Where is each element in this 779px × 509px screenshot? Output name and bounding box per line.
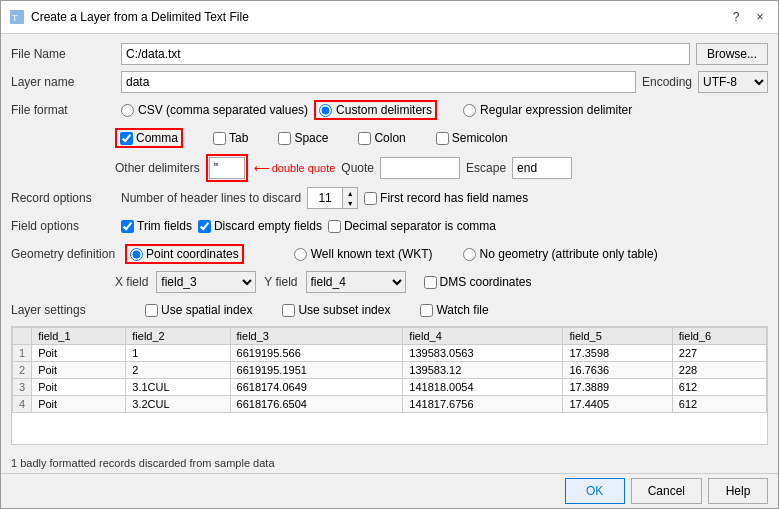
table-row-num: 3 xyxy=(13,379,32,396)
table-cell: Poit xyxy=(32,362,126,379)
layer-settings-label: Layer settings xyxy=(11,303,115,317)
bottom-buttons: OK Cancel Help xyxy=(1,473,778,508)
space-checkbox[interactable] xyxy=(278,132,291,145)
table-row-num: 4 xyxy=(13,396,32,413)
data-table: field_1 field_2 field_3 field_4 field_5 … xyxy=(11,326,768,445)
layer-name-input[interactable] xyxy=(121,71,636,93)
other-delimiters-highlight xyxy=(206,154,248,182)
regex-label: Regular expression delimiter xyxy=(480,103,632,117)
title-bar-left: T Create a Layer from a Delimited Text F… xyxy=(9,9,249,25)
record-options-label: Record options xyxy=(11,191,115,205)
escape-label: Escape xyxy=(466,161,506,175)
colon-checkbox-group: Colon xyxy=(358,131,405,145)
custom-radio[interactable] xyxy=(319,104,332,117)
delimiters-row: Comma Tab Space Colon Semicolon xyxy=(11,126,768,150)
csv-radio[interactable] xyxy=(121,104,134,117)
watch-file-checkbox[interactable] xyxy=(420,304,433,317)
tab-checkbox[interactable] xyxy=(213,132,226,145)
discard-empty-checkbox[interactable] xyxy=(198,220,211,233)
table-row-num: 1 xyxy=(13,345,32,362)
file-name-label: File Name xyxy=(11,47,115,61)
table-cell: Poit xyxy=(32,379,126,396)
col-header-field2: field_2 xyxy=(126,328,230,345)
table-cell: 6619195.1951 xyxy=(230,362,403,379)
arrow-icon: ⟵ xyxy=(254,162,270,175)
regex-radio[interactable] xyxy=(463,104,476,117)
quote-input[interactable] xyxy=(380,157,460,179)
x-field-select[interactable]: field_3 xyxy=(156,271,256,293)
col-header-field4: field_4 xyxy=(403,328,563,345)
y-field-label: Y field xyxy=(264,275,297,289)
header-lines-label: Number of header lines to discard xyxy=(121,191,301,205)
table-cell: 612 xyxy=(672,379,766,396)
table-cell: 141818.0054 xyxy=(403,379,563,396)
no-geometry-radio[interactable] xyxy=(463,248,476,261)
cancel-button[interactable]: Cancel xyxy=(631,478,702,504)
table-row: 2Poit26619195.1951139583.1216.7636228 xyxy=(13,362,767,379)
browse-button[interactable]: Browse... xyxy=(696,43,768,65)
decimal-separator-group: Decimal separator is comma xyxy=(328,219,496,233)
help-button[interactable]: Help xyxy=(708,478,768,504)
custom-label: Custom delimiters xyxy=(336,103,432,117)
comma-label: Comma xyxy=(136,131,178,145)
dms-checkbox[interactable] xyxy=(424,276,437,289)
comma-checkbox-group: Comma xyxy=(115,128,183,148)
spinbox-down[interactable]: ▼ xyxy=(343,198,357,208)
table-cell: 2 xyxy=(126,362,230,379)
title-bar: T Create a Layer from a Delimited Text F… xyxy=(1,1,778,34)
trim-fields-checkbox[interactable] xyxy=(121,220,134,233)
layer-settings-row: Layer settings Use spatial index Use sub… xyxy=(11,298,768,322)
table-cell: 1 xyxy=(126,345,230,362)
discard-empty-label: Discard empty fields xyxy=(214,219,322,233)
point-coords-label: Point coordinates xyxy=(146,247,239,261)
decimal-separator-checkbox[interactable] xyxy=(328,220,341,233)
wkt-label: Well known text (WKT) xyxy=(311,247,433,261)
file-name-input[interactable] xyxy=(121,43,690,65)
spinbox-up[interactable]: ▲ xyxy=(343,188,357,198)
first-record-checkbox[interactable] xyxy=(364,192,377,205)
point-coords-radio[interactable] xyxy=(130,248,143,261)
double-quote-annotation: ⟵ double quote xyxy=(254,162,336,175)
file-name-row: File Name Browse... xyxy=(11,42,768,66)
quote-label: Quote xyxy=(341,161,374,175)
escape-input[interactable] xyxy=(512,157,572,179)
space-checkbox-group: Space xyxy=(278,131,328,145)
comma-checkbox[interactable] xyxy=(120,132,133,145)
encoding-select[interactable]: UTF-8 xyxy=(698,71,768,93)
colon-checkbox[interactable] xyxy=(358,132,371,145)
ok-button[interactable]: OK xyxy=(565,478,625,504)
no-geometry-group: No geometry (attribute only table) xyxy=(463,247,658,261)
regex-radio-group: Regular expression delimiter xyxy=(463,103,632,117)
y-field-select[interactable]: field_4 xyxy=(306,271,406,293)
col-header-field1: field_1 xyxy=(32,328,126,345)
first-record-label: First record has field names xyxy=(380,191,528,205)
table-header-row: field_1 field_2 field_3 field_4 field_5 … xyxy=(13,328,767,345)
close-button[interactable]: × xyxy=(750,7,770,27)
help-title-button[interactable]: ? xyxy=(726,7,746,27)
table-cell: 6618174.0649 xyxy=(230,379,403,396)
table-cell: 17.3889 xyxy=(563,379,672,396)
status-message: 1 badly formatted records discarded from… xyxy=(11,457,275,469)
watch-file-label: Watch file xyxy=(436,303,488,317)
tab-checkbox-group: Tab xyxy=(213,131,248,145)
semicolon-checkbox[interactable] xyxy=(436,132,449,145)
table-cell: 16.7636 xyxy=(563,362,672,379)
header-lines-input[interactable] xyxy=(307,187,343,209)
other-delimiters-input[interactable] xyxy=(209,157,245,179)
tab-label: Tab xyxy=(229,131,248,145)
table-cell: Poit xyxy=(32,345,126,362)
semicolon-label: Semicolon xyxy=(452,131,508,145)
record-options-row: Record options Number of header lines to… xyxy=(11,186,768,210)
double-quote-text: double quote xyxy=(272,162,336,174)
spatial-index-checkbox[interactable] xyxy=(145,304,158,317)
subset-index-checkbox[interactable] xyxy=(282,304,295,317)
wkt-radio[interactable] xyxy=(294,248,307,261)
file-format-row: File format CSV (comma separated values)… xyxy=(11,98,768,122)
layer-name-label: Layer name xyxy=(11,75,115,89)
subset-index-group: Use subset index xyxy=(282,303,390,317)
layer-name-row: Layer name Encoding UTF-8 xyxy=(11,70,768,94)
table-cell: Poit xyxy=(32,396,126,413)
trim-fields-label: Trim fields xyxy=(137,219,192,233)
spinbox-buttons: ▲ ▼ xyxy=(343,187,358,209)
x-field-label: X field xyxy=(115,275,148,289)
